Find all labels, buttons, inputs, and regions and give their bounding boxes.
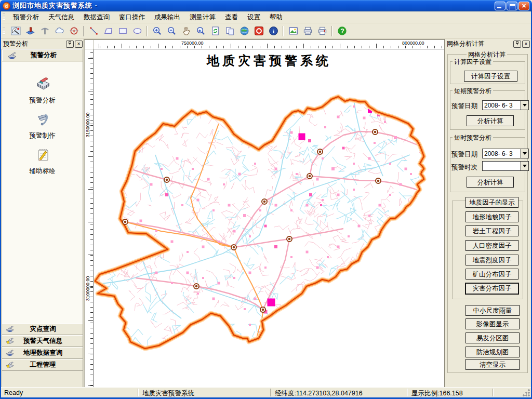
close-button[interactable]: [518, 2, 529, 10]
short-time-date-value: 2008- 6- 3: [484, 150, 513, 157]
chevron-down-icon[interactable]: [520, 149, 528, 158]
menu-item-3[interactable]: 窗口操作: [114, 11, 150, 23]
sidebar-section-label: 预警天气信息: [15, 337, 71, 345]
toolbar-separator: [83, 26, 84, 36]
sidebar-section-0[interactable]: 灾点查询: [2, 323, 83, 335]
section-header-warning-analysis[interactable]: 预警分析: [2, 49, 83, 61]
menu-item-1[interactable]: 天气信息: [44, 11, 79, 23]
display-button-3[interactable]: 防治规划图: [466, 347, 520, 357]
short-time-analyze-button[interactable]: 分析计算: [467, 177, 514, 188]
image-icon[interactable]: [287, 25, 299, 37]
pan-hand-icon[interactable]: [180, 25, 192, 37]
map-canvas[interactable]: 地质灾害预警系统: [94, 49, 444, 387]
menu-item-5[interactable]: 测量计算: [185, 11, 220, 23]
nav-item-2[interactable]: 辅助标绘: [2, 146, 83, 176]
chevron-down-icon[interactable]: [520, 162, 528, 170]
sidebar-section-1[interactable]: 预警天气信息: [2, 335, 83, 347]
book-icon: [34, 75, 51, 93]
short-time-date-combobox[interactable]: 2008- 6- 3: [482, 149, 529, 158]
short-term-date-combobox[interactable]: 2008- 6- 3: [482, 100, 529, 110]
menu-item-4[interactable]: 成果输出: [150, 11, 185, 23]
resize-grip[interactable]: [523, 389, 530, 396]
factor-button-5[interactable]: 矿山分布因子: [466, 269, 518, 280]
ruler-x-label-0: 750000.00: [181, 41, 204, 46]
minimize-button[interactable]: [495, 2, 506, 10]
short-time-period-label: 预警时次: [451, 163, 477, 172]
factor-button-6[interactable]: 灾害分布因子: [465, 283, 519, 295]
map-area: 750000.00800000.00 3150000.003100000.00 …: [84, 39, 445, 388]
factor-button-1[interactable]: 地形地貌因子: [466, 211, 518, 222]
window-title: 浏阳市地质灾害预警系统 -: [12, 1, 98, 10]
info-icon[interactable]: i: [268, 25, 279, 37]
sidebar-section-label: 工程管理: [15, 361, 71, 369]
zoom-in-icon[interactable]: [151, 25, 163, 37]
print-setup-icon[interactable]: [316, 25, 328, 37]
rect-tool-icon[interactable]: [117, 25, 128, 37]
menu-item-2[interactable]: 数据查询: [79, 11, 114, 23]
short-time-group-label: 短时预警分析: [453, 134, 493, 142]
globe-icon[interactable]: [238, 25, 250, 37]
stop-icon[interactable]: [253, 25, 264, 37]
target-icon[interactable]: [68, 25, 79, 37]
restore-button[interactable]: [507, 2, 517, 10]
nav-item-1[interactable]: 预警制作: [2, 111, 83, 140]
right-panel-caption: 网格分析计算 ×: [445, 39, 531, 49]
satellite-icon[interactable]: [10, 25, 21, 37]
print-icon[interactable]: [302, 25, 313, 37]
status-ready: Ready: [4, 389, 23, 396]
chevron-down-icon[interactable]: [520, 101, 528, 110]
menu-grip[interactable]: [3, 13, 5, 21]
map-svg: 地质灾害预警系统: [94, 49, 444, 387]
help-icon[interactable]: ?: [336, 25, 348, 37]
toolbar-grip[interactable]: [3, 27, 5, 35]
fax-icon: [5, 349, 15, 357]
pick-icon[interactable]: [39, 25, 50, 37]
factor-button-0[interactable]: 地质因子的显示: [466, 197, 518, 208]
factor-settings-button[interactable]: 计算因子设置: [464, 71, 517, 82]
ruler-x-label-1: 800000.00: [402, 41, 425, 46]
nav-item-label: 预警制作: [2, 131, 83, 140]
factor-button-3[interactable]: 人口密度因子: [466, 240, 518, 251]
status-coordinates: 经纬度:114.273103,28.047916: [275, 389, 363, 398]
zoom-out-icon[interactable]: [166, 25, 177, 37]
section-header-label: 预警分析: [17, 51, 70, 60]
status-bar: Ready 地质灾害预警系统 经纬度:114.273103,28.047916 …: [1, 387, 531, 397]
app-icon: d: [3, 2, 10, 10]
sidebar-section-label: 灾点查询: [15, 325, 71, 334]
close-panel-icon[interactable]: ×: [522, 41, 530, 48]
display-button-2[interactable]: 易发分区图: [466, 332, 520, 343]
zoom-select-icon[interactable]: ±: [195, 25, 206, 37]
window-border-left: [0, 11, 1, 399]
pin-icon[interactable]: [66, 41, 74, 48]
menu-item-8[interactable]: 帮助: [265, 11, 287, 23]
display-button-1[interactable]: 影像图显示: [466, 318, 520, 329]
status-separator: [270, 389, 271, 396]
menu-item-7[interactable]: 设置: [243, 11, 265, 23]
factor-button-2[interactable]: 岩土工程因子: [466, 225, 518, 236]
display-button-0[interactable]: 中小尺度雨量: [466, 305, 520, 316]
pin-tool-icon[interactable]: [24, 25, 36, 37]
ellipse-tool-icon[interactable]: [131, 25, 143, 37]
left-panel-content: 预警分析预警制作辅助标绘: [2, 62, 83, 323]
short-time-period-combobox[interactable]: [482, 161, 529, 171]
close-panel-icon[interactable]: ×: [75, 41, 83, 48]
status-map-name: 地质灾害预警系统: [142, 389, 194, 398]
nav-item-0[interactable]: 预警分析: [2, 75, 83, 105]
menu-item-0[interactable]: 预警分析: [8, 11, 44, 23]
copy-icon[interactable]: [224, 25, 235, 37]
cloud-icon[interactable]: [54, 25, 65, 37]
short-term-analyze-button[interactable]: 分析计算: [467, 115, 514, 126]
polygon-tool-icon[interactable]: [102, 25, 114, 37]
refresh-page-icon[interactable]: [209, 25, 221, 37]
sidebar-section-2[interactable]: 地理数据查询: [2, 347, 83, 359]
display-button-4[interactable]: 清空显示: [466, 359, 520, 370]
sidebar-section-3[interactable]: 工程管理: [2, 359, 83, 371]
toolbar-separator: [147, 26, 148, 36]
line-tool-icon[interactable]: [88, 25, 99, 37]
vertical-ruler: 3150000.003100000.00: [84, 49, 94, 387]
menu-item-6[interactable]: 查看: [220, 11, 243, 23]
factor-button-4[interactable]: 地震烈度因子: [466, 255, 518, 265]
pin-icon[interactable]: [513, 41, 521, 48]
toolbar-separator: [331, 26, 332, 36]
weather-icon: [5, 337, 15, 345]
